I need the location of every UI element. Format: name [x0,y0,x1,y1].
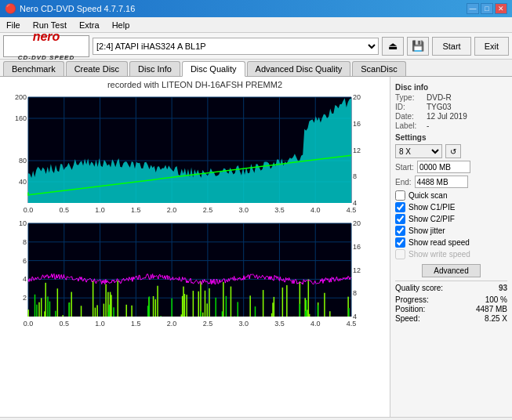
sidebar: Disc info Type: DVD-R ID: TYG03 Date: 12… [390,77,512,417]
speed-value: 8.25 X [485,314,507,323]
start-label: Start: [395,163,414,172]
progress-label: Progress: [395,295,429,304]
maximize-button[interactable]: □ [481,3,493,14]
progress-value: 100 % [485,295,507,304]
toolbar: nero CD-DVD SPEED [2:4] ATAPI iHAS324 A … [0,33,512,60]
quality-score-label: Quality score: [395,284,443,292]
disc-id-value: TYG03 [427,103,452,111]
progress-section: Progress: 100 % Position: 4487 MB Speed:… [395,295,507,323]
speed-label: Speed: [395,314,420,323]
menu-bar: File Run Test Extra Help [0,17,512,33]
showc2pif-checkbox[interactable] [395,214,405,224]
title-bar: 🔴 Nero CD-DVD Speed 4.7.7.16 — □ ✕ [0,0,512,17]
disc-type-label: Type: [395,93,423,102]
end-input[interactable] [415,176,468,188]
disc-type-value: DVD-R [427,93,452,102]
tab-benchmark[interactable]: Benchmark [3,61,64,76]
quality-score-value: 93 [499,284,507,292]
disc-date-value: 12 Jul 2019 [427,112,467,121]
refresh-button[interactable]: ↺ [445,144,461,158]
disc-date-label: Date: [395,112,423,121]
showc1pie-label: Show C1/PIE [409,203,455,212]
chart-area: recorded with LITEON DH-16AFSH PREMM2 [0,77,390,417]
disc-label-value: - [427,121,429,130]
position-value: 4487 MB [476,305,507,313]
exit-button[interactable]: Exit [474,37,509,56]
advanced-button[interactable]: Advanced [422,264,480,277]
settings-title: Settings [395,133,507,142]
tab-createdisc[interactable]: Create Disc [66,61,128,76]
tab-advanced-disc-quality[interactable]: Advanced Disc Quality [247,61,351,76]
bottom-chart [3,220,376,334]
showreadspeed-label: Show read speed [409,238,470,247]
menu-help[interactable]: Help [106,19,136,31]
nero-logo: nero CD-DVD SPEED [3,35,89,57]
tabs-bar: Benchmark Create Disc Disc Info Disc Qua… [0,60,512,77]
showwritespeed-checkbox[interactable] [395,249,405,259]
tab-discinfo[interactable]: Disc Info [129,61,180,76]
top-chart [3,91,376,220]
chart-title: recorded with LITEON DH-16AFSH PREMM2 [3,80,387,89]
app-icon: 🔴 [5,3,16,14]
app-title: Nero CD-DVD Speed 4.7.7.16 [20,4,135,13]
showwritespeed-label: Show write speed [409,250,470,259]
quickscan-label: Quick scan [409,191,447,200]
menu-extra[interactable]: Extra [73,19,106,31]
start-input[interactable] [417,161,470,173]
disc-id-label: ID: [395,103,423,111]
position-label: Position: [395,305,425,313]
tab-scandisc[interactable]: ScanDisc [352,61,405,76]
speed-select[interactable]: 8 X [395,144,442,158]
start-button[interactable]: Start [432,37,470,56]
save-button[interactable]: 💾 [407,37,429,56]
showc2pif-label: Show C2/PIF [409,215,455,223]
minimize-button[interactable]: — [467,3,479,14]
close-button[interactable]: ✕ [495,3,507,14]
disc-label-label: Label: [395,121,423,130]
bottom-stats: PI Errors Average: 48.28 Maximum: 118 To… [0,417,512,420]
disc-info-title: Disc info [395,83,507,92]
showreadspeed-checkbox[interactable] [395,237,405,248]
main-content: recorded with LITEON DH-16AFSH PREMM2 Di… [0,77,512,417]
showjitter-label: Show jitter [409,226,445,235]
drive-select[interactable]: [2:4] ATAPI iHAS324 A BL1P [93,38,379,55]
showjitter-checkbox[interactable] [395,226,405,236]
showc1pie-checkbox[interactable] [395,202,405,212]
end-label: End: [395,178,412,186]
quickscan-checkbox[interactable] [395,190,405,201]
eject-button[interactable]: ⏏ [382,37,404,56]
tab-discquality[interactable]: Disc Quality [182,61,245,77]
